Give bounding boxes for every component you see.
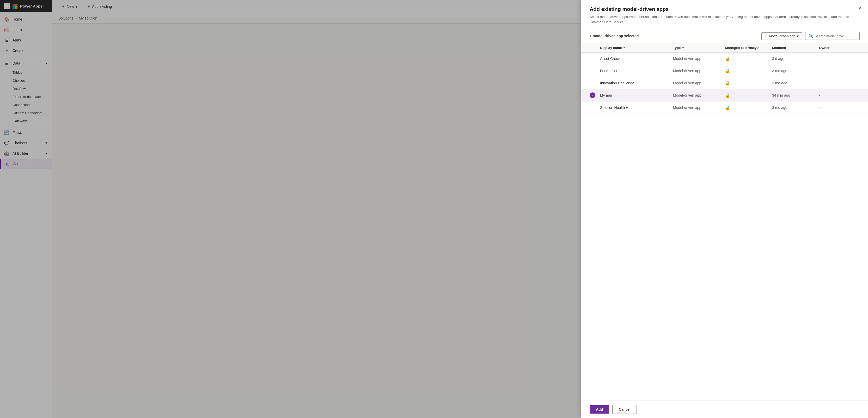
col-owner-label: Owner [819, 46, 830, 50]
row-type: Model-driven app [673, 93, 725, 97]
row-managed: 🔒 [725, 69, 772, 73]
table-header: Display name ▼ Type ▼ Managed externally… [581, 43, 868, 53]
row-name: My app [600, 93, 673, 97]
row-owner: - [819, 69, 860, 73]
row-type: Model-driven app [673, 105, 725, 110]
table-row[interactable]: Fundraiser Model-driven app 🔒 3 mo ago - [581, 65, 868, 77]
row-modified: 3 mo ago [772, 69, 819, 73]
col-header-owner: Owner [819, 46, 860, 50]
table-row[interactable]: Innovation Challenge Model-driven app 🔒 … [581, 77, 868, 89]
row-type: Model-driven app [673, 69, 725, 73]
chevron-down-icon-3: ▾ [797, 34, 799, 38]
dialog-toolbar: 1 model-driven app selected ⊿ Model-driv… [581, 29, 868, 43]
table-row[interactable]: Asset Checkout Model-driven app 🔒 3 d ag… [581, 53, 868, 65]
unchecked-icon [590, 56, 595, 62]
row-name: Innovation Challenge [600, 81, 673, 85]
row-modified: 3 mo ago [772, 105, 819, 110]
row-owner: - [819, 57, 860, 61]
col-header-modified: Modified [772, 46, 819, 50]
lock-icon: 🔒 [725, 93, 731, 98]
row-modified: 34 min ago [772, 93, 819, 97]
dialog-overlay: Add existing model-driven apps Select mo… [0, 0, 868, 418]
row-check: ✓ [590, 93, 600, 98]
selected-count: 1 model-driven app selected [590, 34, 639, 38]
table-body: Asset Checkout Model-driven app 🔒 3 d ag… [581, 53, 868, 114]
row-managed: 🔒 [725, 105, 772, 110]
col-header-name[interactable]: Display name ▼ [600, 46, 673, 50]
dialog-footer: Add Cancel [581, 400, 868, 418]
toolbar-right: ⊿ Model-driven app ▾ 🔍 [762, 32, 860, 40]
row-name: Asset Checkout [600, 57, 673, 61]
unchecked-icon [590, 68, 595, 74]
sort-arrow-type: ▼ [682, 46, 684, 49]
row-type: Model-driven app [673, 57, 725, 61]
unchecked-icon [590, 80, 595, 86]
filter-label: Model-driven app [769, 34, 795, 38]
row-owner: - [819, 93, 860, 97]
lock-icon: 🔒 [725, 81, 731, 85]
lock-icon: 🔒 [725, 69, 731, 73]
row-name: Solution Health Hub [600, 105, 673, 110]
search-box: 🔍 [805, 32, 860, 40]
row-check [590, 105, 600, 110]
dialog-header: Add existing model-driven apps Select mo… [581, 0, 868, 29]
row-check [590, 56, 600, 62]
dialog-content: Display name ▼ Type ▼ Managed externally… [581, 43, 868, 400]
row-owner: - [819, 81, 860, 85]
row-owner: - [819, 105, 860, 110]
table-row[interactable]: Solution Health Hub Model-driven app 🔒 3… [581, 102, 868, 114]
cancel-button[interactable]: Cancel [612, 405, 637, 414]
col-header-type[interactable]: Type ▼ [673, 46, 725, 50]
row-check [590, 80, 600, 86]
close-button[interactable]: ✕ [856, 4, 864, 12]
row-managed: 🔒 [725, 81, 772, 86]
row-name: Fundraiser [600, 69, 673, 73]
unchecked-icon [590, 105, 595, 110]
filter-icon: ⊿ [765, 34, 768, 38]
col-managed-label: Managed externally? [725, 46, 759, 50]
lock-icon: 🔒 [725, 105, 731, 110]
search-input[interactable] [814, 34, 856, 38]
col-type-label: Type [673, 46, 681, 50]
col-header-managed: Managed externally? [725, 46, 772, 50]
dialog-title: Add existing model-driven apps [590, 6, 860, 12]
dialog-panel: Add existing model-driven apps Select mo… [581, 0, 868, 418]
lock-icon: 🔒 [725, 57, 731, 61]
row-managed: 🔒 [725, 56, 772, 61]
row-check [590, 68, 600, 74]
col-modified-label: Modified [772, 46, 786, 50]
row-managed: 🔒 [725, 93, 772, 98]
table-row[interactable]: ✓ My app Model-driven app 🔒 34 min ago - [581, 89, 868, 102]
col-name-label: Display name [600, 46, 622, 50]
check-icon: ✓ [590, 93, 595, 98]
row-modified: 3 mo ago [772, 81, 819, 85]
sort-arrow-name: ▼ [623, 46, 626, 49]
row-type: Model-driven app [673, 81, 725, 85]
col-header-check [590, 46, 600, 50]
dialog-description: Select model-driven apps from other solu… [590, 14, 860, 25]
row-modified: 3 d ago [772, 57, 819, 61]
search-icon: 🔍 [809, 34, 813, 38]
add-button[interactable]: Add [590, 405, 609, 414]
filter-button[interactable]: ⊿ Model-driven app ▾ [762, 32, 802, 40]
